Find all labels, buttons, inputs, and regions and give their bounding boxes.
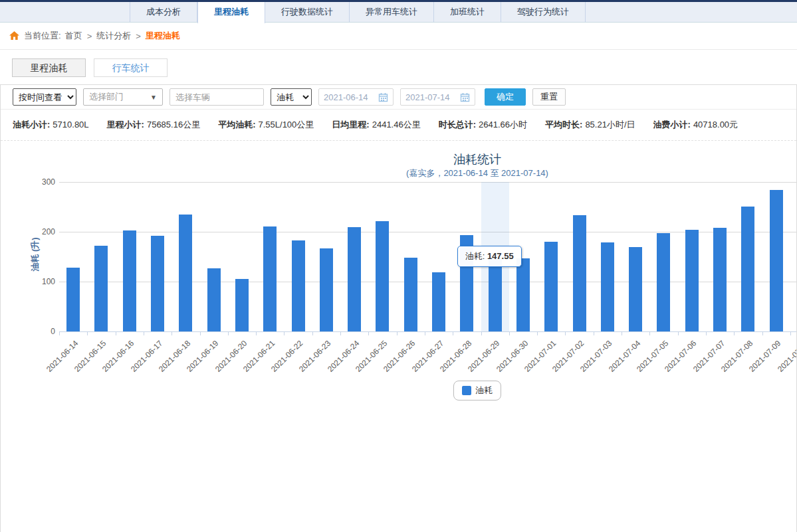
legend-label: 油耗	[475, 385, 493, 397]
breadcrumb-separator: >	[87, 31, 92, 41]
x-axis-tick	[368, 332, 369, 335]
department-select[interactable]: 选择部门 ▼	[83, 88, 163, 106]
bar-2021-06-25[interactable]	[376, 221, 389, 331]
x-axis-tick	[59, 332, 60, 335]
x-axis-tick	[144, 332, 144, 335]
home-icon	[9, 31, 19, 41]
chart-legend[interactable]: 油耗	[453, 381, 501, 400]
x-axis-tick	[565, 332, 566, 335]
breadcrumb: 当前位置: 首页>统计分析>里程油耗	[0, 23, 797, 50]
bar-2021-06-30[interactable]	[516, 258, 530, 331]
bar-2021-07-08[interactable]	[741, 207, 754, 331]
bar-2021-06-16[interactable]	[123, 230, 136, 331]
summary-item-5: 平均时长:85.21小时/日	[545, 119, 635, 131]
breadcrumb-item-0[interactable]: 首页	[65, 30, 82, 42]
x-axis-tick	[453, 332, 453, 335]
x-axis-tick	[734, 332, 735, 335]
x-axis-tick	[312, 332, 313, 335]
bar-2021-06-18[interactable]	[179, 215, 192, 331]
subnav: 里程油耗 行车统计	[0, 50, 797, 84]
confirm-button[interactable]: 确定	[485, 88, 526, 106]
date-from-value: 2021-06-14	[324, 92, 368, 102]
bar-2021-06-14[interactable]	[66, 268, 80, 331]
bar-2021-06-21[interactable]	[263, 226, 277, 331]
bar-2021-06-20[interactable]	[235, 279, 249, 332]
date-from-input[interactable]: 2021-06-14	[318, 88, 394, 106]
bar-2021-07-04[interactable]	[629, 247, 642, 331]
x-axis-tick	[397, 332, 398, 335]
y-tick-label: 300	[25, 177, 55, 187]
bar-2021-06-26[interactable]	[404, 258, 417, 331]
breadcrumb-items: 首页>统计分析>里程油耗	[65, 30, 180, 42]
department-select-placeholder: 选择部门	[89, 91, 124, 103]
nav-tab-1[interactable]: 里程油耗	[197, 2, 265, 23]
bar-2021-07-09[interactable]	[770, 190, 783, 331]
calendar-icon	[378, 92, 388, 102]
vehicle-input[interactable]	[170, 88, 264, 106]
nav-tab-0[interactable]: 成本分析	[130, 2, 197, 22]
subnav-button-driving-stats[interactable]: 行车统计	[94, 58, 168, 77]
main-panel: 按时间查看 选择部门 ▼ 油耗 2021-06-14 2021-07-14 确定…	[0, 84, 797, 532]
x-axis-tick	[509, 332, 510, 335]
reset-button[interactable]: 重置	[532, 88, 566, 106]
summary-item-4: 时长总计:2641.66小时	[439, 119, 527, 131]
x-axis-tick	[87, 332, 88, 335]
breadcrumb-item-1[interactable]: 统计分析	[96, 30, 131, 42]
plot-area: 01002003002021-06-142021-06-152021-06-16…	[1, 141, 796, 532]
metric-select[interactable]: 油耗	[271, 88, 312, 106]
summary-stats: 油耗小计:5710.80L里程小计:75685.16公里平均油耗:7.55L/1…	[1, 110, 796, 141]
x-axis-tick	[649, 332, 650, 335]
nav-tab-5[interactable]: 驾驶行为统计	[501, 2, 586, 22]
fuel-chart: 油耗统计 (嘉实多，2021-06-14 至 2021-07-14) 油耗 (升…	[1, 141, 796, 532]
breadcrumb-separator: >	[136, 31, 141, 41]
chart-tooltip: 油耗: 147.55	[457, 246, 522, 267]
bar-2021-07-01[interactable]	[544, 242, 558, 331]
x-axis-tick	[790, 332, 791, 335]
y-tick-label: 0	[25, 327, 55, 336]
nav-tab-4[interactable]: 加班统计	[434, 2, 501, 22]
x-axis-tick	[200, 332, 201, 335]
bar-2021-06-19[interactable]	[207, 268, 221, 331]
x-axis-tick	[594, 332, 594, 335]
bar-2021-06-29[interactable]	[489, 258, 502, 331]
bar-2021-07-06[interactable]	[685, 230, 699, 331]
bar-2021-07-07[interactable]	[713, 228, 727, 331]
x-axis-tick	[481, 332, 482, 335]
x-axis-tick	[762, 332, 763, 335]
x-axis-line	[59, 331, 796, 332]
y-tick-label: 200	[25, 227, 55, 236]
bar-2021-06-23[interactable]	[320, 248, 333, 331]
legend-swatch	[462, 386, 471, 395]
x-axis-tick	[116, 332, 116, 335]
subnav-button-mileage-fuel[interactable]: 里程油耗	[12, 58, 86, 77]
bar-2021-06-15[interactable]	[94, 246, 108, 331]
summary-item-1: 里程小计:75685.16公里	[107, 119, 201, 131]
nav-tab-3[interactable]: 异常用车统计	[350, 2, 434, 22]
x-axis-tick	[228, 332, 229, 335]
x-axis-tick	[256, 332, 257, 335]
bar-2021-06-17[interactable]	[151, 236, 164, 331]
summary-item-0: 油耗小计:5710.80L	[13, 119, 89, 131]
bar-2021-07-03[interactable]	[601, 242, 614, 331]
bar-2021-06-22[interactable]	[292, 240, 305, 331]
summary-item-6: 油费小计:40718.00元	[653, 119, 739, 131]
bar-2021-07-05[interactable]	[657, 233, 670, 331]
x-axis-tick	[425, 332, 425, 335]
bar-2021-07-02[interactable]	[573, 215, 586, 331]
x-axis-tick	[622, 332, 622, 335]
x-axis-tick	[284, 332, 285, 335]
summary-item-2: 平均油耗:7.55L/100公里	[218, 119, 314, 131]
date-to-input[interactable]: 2021-07-14	[400, 88, 475, 106]
date-to-value: 2021-07-14	[405, 92, 450, 102]
calendar-icon	[460, 92, 470, 102]
summary-item-3: 日均里程:2441.46公里	[332, 119, 420, 131]
nav-tab-2[interactable]: 行驶数据统计	[265, 2, 350, 22]
nav-tabs: 成本分析里程油耗行驶数据统计异常用车统计加班统计驾驶行为统计	[130, 2, 586, 22]
breadcrumb-item-2: 里程油耗	[146, 30, 180, 42]
time-mode-select[interactable]: 按时间查看	[13, 88, 76, 106]
bar-2021-06-24[interactable]	[348, 227, 361, 331]
bar-2021-06-27[interactable]	[432, 272, 445, 331]
x-axis-tick	[537, 332, 538, 335]
x-axis-tick	[706, 332, 707, 335]
gridline	[59, 182, 796, 183]
